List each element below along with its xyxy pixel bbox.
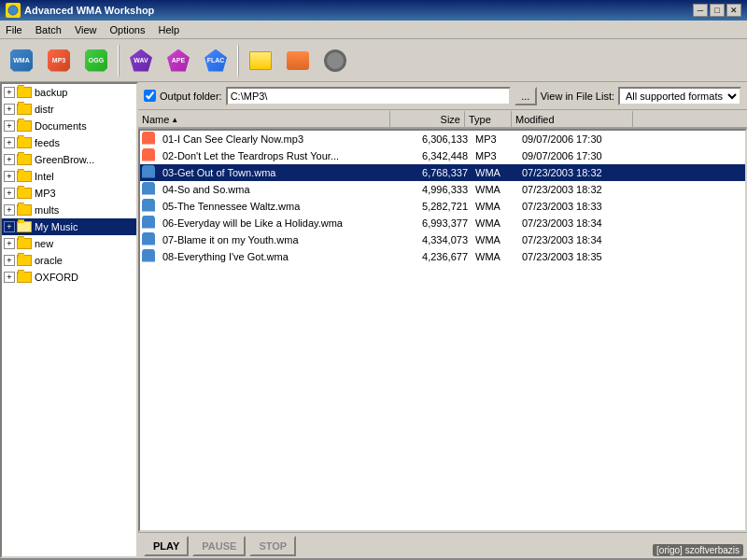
tree-item-feeds[interactable]: + feeds: [2, 134, 136, 151]
file-size: 4,236,677: [397, 251, 472, 262]
toolbar-sep-1: [118, 45, 120, 77]
wma-icon: [142, 199, 157, 214]
tree-label: oracle: [35, 255, 63, 266]
toolbar-flac[interactable]: FLAC: [198, 43, 233, 78]
right-panel: Output folder: ... View in File List: Al…: [138, 82, 747, 558]
toolbar-wav[interactable]: WAV: [123, 43, 159, 78]
tree-label: Intel: [35, 171, 54, 182]
menu-file[interactable]: File: [0, 22, 28, 37]
file-row[interactable]: 05-The Tennessee Waltz.wma 5,282,721 WMA…: [140, 198, 745, 215]
file-row[interactable]: 06-Everyday will be Like a Holiday.wma 6…: [140, 215, 745, 231]
menu-options[interactable]: Options: [105, 22, 151, 37]
file-name: 03-Get Out of Town.wma: [159, 167, 397, 178]
file-row-selected[interactable]: 03-Get Out of Town.wma 6,768,337 WMA 07/…: [140, 164, 745, 181]
file-type: WMA: [472, 234, 518, 245]
file-row[interactable]: 07-Blame it on my Youth.wma 4,334,073 WM…: [140, 231, 745, 248]
output-folder-input[interactable]: [226, 87, 511, 105]
toolbar-ogg[interactable]: OGG: [78, 43, 114, 78]
menu-view[interactable]: View: [69, 22, 103, 37]
wma-icon: [142, 182, 157, 197]
tree-item-documents[interactable]: + Documents: [2, 118, 136, 134]
file-list-container: Name ▲ Size Type Modified 01-I Can See C…: [138, 110, 747, 532]
tree-expand[interactable]: +: [4, 120, 15, 132]
tree-label: MP3: [35, 188, 56, 199]
tree-expand[interactable]: +: [4, 272, 15, 283]
title-bar: Advanced WMA Workshop ─ □ ✕: [0, 0, 747, 21]
play-button[interactable]: PLAY: [144, 536, 189, 556]
file-row[interactable]: 01-I Can See Clearly Now.mp3 6,306,133 M…: [140, 131, 745, 147]
folder-icon: [17, 87, 32, 98]
tree-label: GreenBrow...: [35, 154, 94, 165]
tree-expand[interactable]: +: [4, 255, 15, 266]
tree-label: My Music: [35, 221, 78, 232]
file-row[interactable]: 08-Everything I've Got.wma 4,236,677 WMA…: [140, 248, 745, 265]
toolbar-tag[interactable]: [280, 43, 316, 78]
file-type: WMA: [472, 167, 518, 178]
col-header-type[interactable]: Type: [465, 110, 512, 127]
file-size: 6,768,337: [397, 167, 472, 178]
file-modified: 07/23/2003 18:34: [518, 217, 640, 229]
folder-icon: [17, 120, 32, 132]
file-row[interactable]: 02-Don't Let the Teardrops Rust Your... …: [140, 147, 745, 164]
tree-item-oxford[interactable]: + OXFORD: [2, 269, 136, 286]
close-button[interactable]: ✕: [726, 4, 741, 17]
tree-expand[interactable]: +: [4, 104, 15, 115]
menu-help[interactable]: Help: [152, 22, 185, 37]
col-header-name[interactable]: Name ▲: [138, 110, 390, 127]
tree-item-mults[interactable]: + mults: [2, 202, 136, 218]
tree-item-distr[interactable]: + distr: [2, 101, 136, 118]
pause-button[interactable]: PAUSE: [192, 536, 246, 556]
stop-button[interactable]: STOP: [249, 536, 296, 556]
watermark: [origo] szoftverbazis: [653, 544, 743, 556]
toolbar-open-folder[interactable]: [243, 43, 278, 78]
tree-item-new[interactable]: + new: [2, 235, 136, 252]
tree-label: Documents: [35, 120, 87, 132]
file-modified: 07/23/2003 18:32: [518, 167, 640, 178]
file-size: 4,996,333: [397, 184, 472, 195]
folder-icon: [17, 221, 32, 232]
toolbar-wma[interactable]: WMA: [4, 43, 39, 78]
menu-batch[interactable]: Batch: [30, 22, 67, 37]
file-name: 07-Blame it on my Youth.wma: [159, 234, 397, 245]
toolbar-settings[interactable]: [317, 43, 353, 78]
tree-expand[interactable]: +: [4, 137, 15, 148]
col-header-modified[interactable]: Modified: [512, 110, 633, 127]
tree-expand[interactable]: +: [4, 204, 15, 216]
title-bar-left: Advanced WMA Workshop: [6, 3, 154, 18]
tree-expand[interactable]: +: [4, 87, 15, 98]
tree-item-oracle[interactable]: + oracle: [2, 252, 136, 269]
tree-expand[interactable]: +: [4, 171, 15, 182]
toolbar: WMA MP3 OGG WAV APE FLAC: [0, 39, 747, 82]
toolbar-mp3[interactable]: MP3: [41, 43, 77, 78]
col-header-size[interactable]: Size: [390, 110, 465, 127]
tree-expand[interactable]: +: [4, 238, 15, 249]
folder-icon: [17, 104, 32, 115]
output-browse-button[interactable]: ...: [514, 87, 537, 105]
folder-icon: [17, 238, 32, 249]
view-label: View in File List:: [541, 91, 614, 102]
tree-expand[interactable]: +: [4, 188, 15, 199]
tree-label: mults: [35, 204, 59, 216]
view-format-select[interactable]: All supported formats: [618, 87, 741, 105]
toolbar-ape[interactable]: APE: [161, 43, 196, 78]
file-type: WMA: [472, 184, 518, 195]
file-row[interactable]: 04-So and So.wma 4,996,333 WMA 07/23/200…: [140, 181, 745, 198]
tree-expand[interactable]: +: [4, 221, 15, 232]
maximize-button[interactable]: □: [710, 4, 725, 17]
file-name: 02-Don't Let the Teardrops Rust Your...: [159, 150, 397, 161]
tree-item-mymusic[interactable]: + My Music: [2, 218, 136, 235]
tree-item-intel[interactable]: + Intel: [2, 168, 136, 185]
app-icon: [6, 3, 21, 18]
file-list[interactable]: 01-I Can See Clearly Now.mp3 6,306,133 M…: [138, 129, 747, 532]
tree-item-mp3[interactable]: + MP3: [2, 185, 136, 202]
main-content: + backup + distr + Documents + feeds + G…: [0, 82, 747, 558]
tree-expand[interactable]: +: [4, 154, 15, 165]
output-folder-checkbox[interactable]: [144, 90, 156, 102]
tree-item-backup[interactable]: + backup: [2, 84, 136, 101]
minimize-button[interactable]: ─: [693, 4, 708, 17]
toolbar-sep-2: [237, 45, 239, 77]
folder-tree[interactable]: + backup + distr + Documents + feeds + G…: [0, 82, 138, 558]
tree-item-greenbrow[interactable]: + GreenBrow...: [2, 151, 136, 168]
wma-icon: [142, 232, 157, 247]
file-type: WMA: [472, 251, 518, 262]
